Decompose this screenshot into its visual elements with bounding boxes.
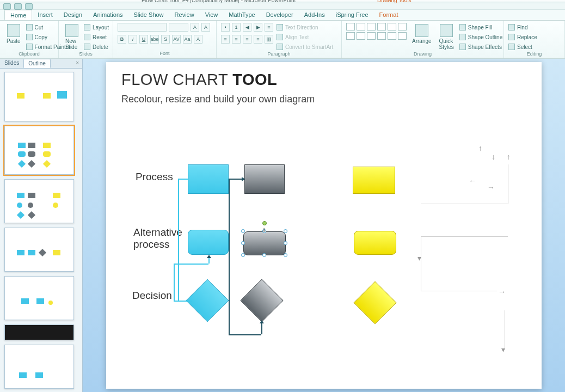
placeholder-line[interactable] bbox=[421, 204, 508, 204]
slide-subtitle[interactable]: Recolour, resize and build your own diag… bbox=[121, 94, 315, 105]
quick-styles-button[interactable]: Quick Styles bbox=[437, 23, 456, 51]
shape-fill-button[interactable]: Shape Fill bbox=[459, 23, 502, 32]
justify-button[interactable]: ≡ bbox=[254, 35, 262, 44]
slide-thumb[interactable] bbox=[4, 72, 74, 121]
tab-ispring[interactable]: iSpring Free bbox=[330, 10, 374, 20]
delete-button[interactable]: Delete bbox=[84, 42, 109, 51]
undo-icon[interactable] bbox=[14, 3, 22, 10]
slide-thumb[interactable] bbox=[4, 126, 74, 175]
altprocess-blue-shape[interactable] bbox=[188, 230, 229, 255]
shape-oval-icon[interactable] bbox=[367, 23, 376, 30]
shape-tri-icon[interactable] bbox=[388, 23, 396, 30]
placeholder-line[interactable] bbox=[421, 236, 508, 237]
char-spacing-button[interactable]: AV bbox=[172, 35, 181, 44]
connector-arrow[interactable] bbox=[229, 179, 244, 180]
italic-button[interactable]: I bbox=[128, 35, 137, 44]
resize-handle[interactable] bbox=[284, 253, 287, 257]
decision-yellow-shape[interactable] bbox=[353, 281, 396, 324]
convert-smartart-button[interactable]: Convert to SmartArt bbox=[277, 42, 333, 51]
resize-handle[interactable] bbox=[241, 241, 245, 245]
shape-curve-icon[interactable] bbox=[357, 32, 365, 40]
slide-title[interactable]: FLOW CHART TOOL bbox=[121, 71, 277, 89]
tab-addins[interactable]: Add-Ins bbox=[299, 10, 330, 20]
decision-gray-shape[interactable] bbox=[240, 279, 283, 322]
align-center-button[interactable]: ≡ bbox=[232, 35, 241, 44]
row-label-process[interactable]: Process bbox=[136, 171, 173, 183]
increase-indent-button[interactable]: ▶ bbox=[254, 23, 262, 32]
slide-thumb[interactable] bbox=[4, 276, 74, 320]
connector-arrow[interactable] bbox=[261, 321, 262, 334]
redo-icon[interactable] bbox=[25, 3, 33, 10]
slide-thumb[interactable] bbox=[4, 345, 74, 389]
row-label-alt-process[interactable]: Alternative process bbox=[133, 226, 193, 250]
slide-thumb[interactable] bbox=[4, 179, 74, 223]
decrease-indent-button[interactable]: ◀ bbox=[243, 23, 251, 32]
save-icon[interactable] bbox=[3, 3, 11, 10]
tab-design[interactable]: Design bbox=[58, 10, 88, 20]
tab-view[interactable]: View bbox=[200, 10, 224, 20]
shape-more-icon[interactable] bbox=[398, 32, 407, 40]
altprocess-gray-shape-selected[interactable] bbox=[243, 231, 286, 255]
arrow-up-icon[interactable]: ↑ bbox=[478, 144, 482, 152]
paste-button[interactable]: Paste bbox=[4, 23, 23, 45]
tab-animations[interactable]: Animations bbox=[88, 10, 128, 20]
layout-button[interactable]: Layout bbox=[84, 23, 109, 32]
decision-blue-shape[interactable] bbox=[186, 279, 229, 322]
arrow-right-icon[interactable]: → bbox=[498, 287, 506, 296]
line-spacing-button[interactable]: ≡ bbox=[265, 23, 273, 32]
tab-format[interactable]: Format bbox=[374, 10, 404, 20]
shape-effects-button[interactable]: Shape Effects bbox=[459, 42, 502, 51]
resize-handle[interactable] bbox=[241, 253, 245, 257]
connector[interactable] bbox=[174, 264, 175, 301]
strike-button[interactable]: abe bbox=[150, 35, 159, 44]
resize-handle[interactable] bbox=[284, 241, 287, 245]
row-label-decision[interactable]: Decision bbox=[132, 290, 172, 302]
tab-slide-show[interactable]: Slide Show bbox=[128, 10, 169, 20]
placeholder-line[interactable] bbox=[421, 291, 497, 291]
connector[interactable] bbox=[178, 179, 188, 180]
arrow-down-icon[interactable]: ↓ bbox=[492, 152, 495, 161]
rotate-handle[interactable] bbox=[262, 221, 267, 225]
bullets-button[interactable]: • bbox=[221, 23, 230, 32]
tab-developer[interactable]: Developer bbox=[261, 10, 299, 20]
tab-mathtype[interactable]: MathType bbox=[223, 10, 260, 20]
text-direction-button[interactable]: Text Direction bbox=[277, 23, 333, 32]
slide-thumb[interactable] bbox=[4, 228, 74, 272]
font-size-combo[interactable] bbox=[169, 23, 188, 32]
tab-review[interactable]: Review bbox=[169, 10, 200, 20]
arrow-down-icon[interactable]: ▾ bbox=[417, 254, 421, 262]
shape-free-icon[interactable] bbox=[367, 32, 376, 40]
arrow-left-icon[interactable]: ← bbox=[469, 176, 476, 185]
shape-rect-icon[interactable] bbox=[357, 23, 365, 30]
tab-home[interactable]: Home bbox=[4, 10, 32, 20]
connector[interactable] bbox=[174, 264, 208, 265]
slide-canvas[interactable]: FLOW CHART TOOL Recolour, resize and bui… bbox=[106, 62, 542, 389]
arrow-up-icon[interactable]: ↑ bbox=[507, 152, 511, 161]
resize-handle[interactable] bbox=[262, 253, 266, 257]
connector[interactable] bbox=[174, 301, 192, 302]
process-yellow-shape[interactable] bbox=[353, 167, 395, 194]
font-family-combo[interactable] bbox=[118, 23, 167, 32]
connector[interactable] bbox=[178, 179, 179, 301]
bold-button[interactable]: B bbox=[118, 35, 126, 44]
align-left-button[interactable]: ≡ bbox=[221, 35, 230, 44]
connector[interactable] bbox=[229, 334, 261, 335]
replace-button[interactable]: Replace bbox=[508, 33, 537, 41]
reset-button[interactable]: Reset bbox=[84, 33, 109, 41]
numbering-button[interactable]: 1 bbox=[232, 23, 241, 32]
resize-handle[interactable] bbox=[241, 229, 245, 233]
select-button[interactable]: Select bbox=[508, 42, 537, 51]
shadow-button[interactable]: S bbox=[161, 35, 170, 44]
shapes-gallery[interactable] bbox=[346, 23, 407, 40]
slide-thumb[interactable] bbox=[4, 324, 74, 340]
resize-handle[interactable] bbox=[284, 229, 287, 233]
columns-button[interactable]: ▥ bbox=[265, 35, 273, 44]
font-color-button[interactable]: A bbox=[194, 35, 202, 44]
arrow-down-icon[interactable]: ▾ bbox=[501, 345, 505, 354]
shape-callout-icon[interactable] bbox=[388, 32, 396, 40]
shrink-font-button[interactable]: A bbox=[201, 23, 210, 32]
align-right-button[interactable]: ≡ bbox=[243, 35, 251, 44]
find-button[interactable]: Find bbox=[508, 23, 537, 32]
shape-line-icon[interactable] bbox=[346, 23, 355, 30]
tab-insert[interactable]: Insert bbox=[32, 10, 58, 20]
